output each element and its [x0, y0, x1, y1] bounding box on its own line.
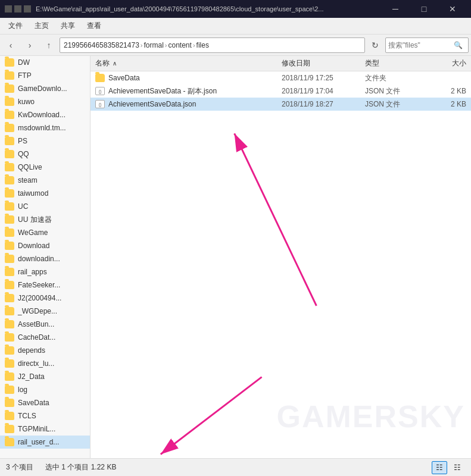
sidebar-item-label: Download — [18, 242, 49, 250]
folder-icon — [5, 281, 14, 289]
sidebar-item-27[interactable]: TCLS — [0, 409, 90, 422]
menu-view[interactable]: 查看 — [81, 18, 107, 33]
view-details-button[interactable]: ☷ — [432, 461, 447, 474]
up-button[interactable]: ↑ — [40, 37, 57, 54]
sidebar-item-15[interactable]: downloadin... — [0, 252, 90, 265]
folder-icon — [5, 137, 14, 145]
sidebar-item-18[interactable]: J2(2000494... — [0, 292, 90, 305]
forward-button[interactable]: › — [21, 37, 38, 54]
folder-icon — [5, 412, 14, 420]
col-header-date[interactable]: 修改日期 — [282, 58, 365, 68]
folder-icon — [5, 307, 14, 315]
sidebar-item-23[interactable]: directx_lu... — [0, 357, 90, 370]
sidebar-item-3[interactable]: kuwo — [0, 95, 90, 108]
sidebar-item-9[interactable]: steam — [0, 174, 90, 187]
file-type: JSON 文件 — [365, 99, 425, 109]
sidebar-item-11[interactable]: UC — [0, 200, 90, 213]
sidebar-item-label: taiwumod — [18, 189, 48, 198]
address-part-1: 2199566465835821473 — [64, 41, 139, 49]
menu-home[interactable]: 主页 — [29, 18, 55, 33]
sidebar-item-label: CacheDat... — [18, 333, 55, 342]
sidebar-item-21[interactable]: CacheDat... — [0, 331, 90, 344]
title-icon-1 — [5, 5, 12, 12]
sidebar-item-6[interactable]: PS — [0, 134, 90, 148]
folder-icon — [95, 74, 105, 82]
sidebar: DWFTPGameDownlo...kuwoKwDownload...msdow… — [0, 56, 91, 458]
sidebar-item-8[interactable]: QQLive — [0, 161, 90, 174]
sidebar-item-25[interactable]: log — [0, 383, 90, 396]
title-bar-controls: ─ □ ✕ — [382, 0, 466, 18]
sidebar-item-28[interactable]: TGPMiniL... — [0, 422, 90, 436]
column-headers: 名称 ∧ 修改日期 类型 大小 — [91, 56, 471, 71]
sidebar-item-14[interactable]: Download — [0, 239, 90, 252]
sidebar-item-24[interactable]: J2_Data — [0, 370, 90, 383]
folder-icon — [5, 294, 14, 302]
search-icon[interactable]: 🔍 — [454, 41, 463, 49]
file-date: 2018/11/9 17:25 — [282, 74, 365, 82]
file-type: 文件夹 — [365, 73, 425, 83]
file-icon: {} — [95, 87, 105, 95]
col-header-name[interactable]: 名称 ∧ — [95, 58, 282, 68]
sidebar-item-7[interactable]: QQ — [0, 148, 90, 161]
folder-icon — [5, 58, 14, 67]
status-left: 3 个项目 选中 1 个项目 1.22 KB — [6, 462, 116, 472]
sidebar-item-label: log — [18, 386, 27, 394]
sidebar-item-label: QQ — [18, 150, 29, 158]
file-row[interactable]: {}AchievementSaveData - 副本.json2018/11/9… — [91, 84, 471, 98]
address-bar[interactable]: 2199566465835821473 › formal › content ›… — [60, 37, 365, 53]
sidebar-item-2[interactable]: GameDownlo... — [0, 82, 90, 95]
sidebar-item-16[interactable]: rail_apps — [0, 265, 90, 278]
sidebar-item-22[interactable]: depends — [0, 344, 90, 357]
item-count: 3 个项目 — [6, 462, 33, 472]
file-type: JSON 文件 — [365, 86, 425, 96]
folder-icon — [5, 202, 14, 211]
sidebar-item-5[interactable]: msdownld.tm... — [0, 121, 90, 134]
sidebar-item-label: TCLS — [18, 412, 36, 420]
sidebar-item-label: QQLive — [18, 163, 42, 171]
address-part-2: formal — [144, 41, 163, 49]
file-row[interactable]: {}AchievementSaveData.json2018/11/9 18:2… — [91, 98, 471, 111]
sidebar-item-label: steam — [18, 176, 38, 184]
sidebar-item-label: UU 加速器 — [18, 215, 52, 225]
menu-file[interactable]: 文件 — [2, 18, 29, 33]
sidebar-item-19[interactable]: _WGDepe... — [0, 305, 90, 318]
sidebar-item-17[interactable]: FateSeeker... — [0, 278, 90, 292]
close-button[interactable]: ✕ — [439, 0, 466, 18]
menu-share[interactable]: 共享 — [55, 18, 81, 33]
file-row[interactable]: SaveData2018/11/9 17:25文件夹 — [91, 71, 471, 84]
sidebar-item-label: TGPMiniL... — [18, 425, 55, 433]
file-size: 2 KB — [425, 87, 466, 95]
sidebar-item-26[interactable]: SaveData — [0, 396, 90, 409]
file-name: SaveData — [108, 74, 282, 82]
title-bar: E:\WeGame\rail_apps\rail_user_data\20004… — [0, 0, 471, 18]
selected-info: 选中 1 个项目 1.22 KB — [45, 462, 116, 472]
search-input[interactable] — [388, 41, 454, 49]
sidebar-item-4[interactable]: KwDownload... — [0, 108, 90, 121]
sidebar-item-label: rail_apps — [18, 268, 47, 276]
sidebar-item-label: UC — [18, 202, 28, 211]
sidebar-item-label: _WGDepe... — [18, 307, 57, 315]
sidebar-item-12[interactable]: UU 加速器 — [0, 213, 90, 226]
file-size: 2 KB — [425, 100, 466, 108]
view-large-icons-button[interactable]: ☷ — [450, 461, 465, 474]
sidebar-item-10[interactable]: taiwumod — [0, 187, 90, 200]
minimize-button[interactable]: ─ — [382, 0, 409, 18]
refresh-button[interactable]: ↻ — [367, 37, 383, 53]
maximize-button[interactable]: □ — [410, 0, 438, 18]
sidebar-item-label: J2(2000494... — [18, 294, 61, 302]
sidebar-item-0[interactable]: DW — [0, 56, 90, 69]
file-name: AchievementSaveData.json — [108, 100, 282, 108]
title-icon-3 — [24, 5, 31, 12]
sidebar-item-20[interactable]: AssetBun... — [0, 318, 90, 331]
sidebar-item-1[interactable]: FTP — [0, 69, 90, 82]
col-header-type[interactable]: 类型 — [365, 58, 425, 68]
back-button[interactable]: ‹ — [2, 37, 19, 54]
sidebar-item-29[interactable]: rail_user_d... — [0, 436, 90, 449]
sidebar-item-13[interactable]: WeGame — [0, 226, 90, 239]
search-box: 🔍 — [385, 37, 469, 53]
sort-arrow-icon: ∧ — [113, 60, 117, 67]
menu-bar: 文件 主页 共享 查看 — [0, 18, 471, 35]
col-header-size[interactable]: 大小 — [425, 58, 466, 68]
folder-icon — [5, 346, 14, 355]
sidebar-item-label: KwDownload... — [18, 111, 65, 119]
